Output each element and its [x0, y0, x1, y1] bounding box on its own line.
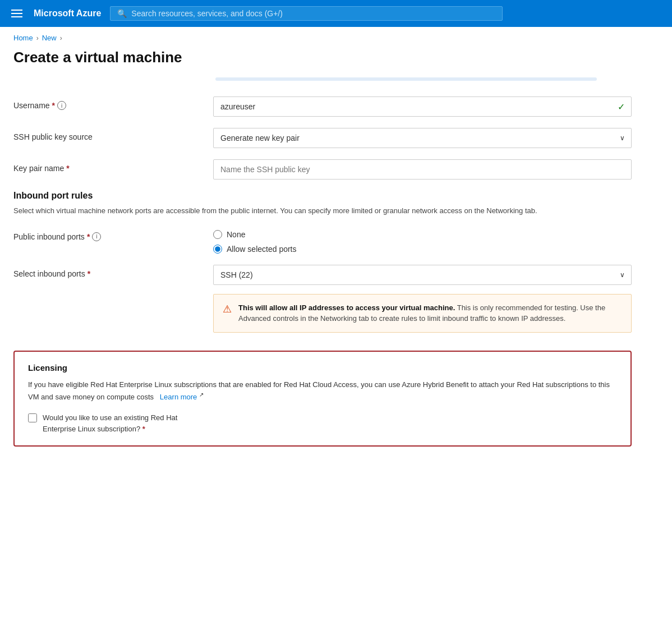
key-pair-required: *	[66, 164, 69, 173]
public-inbound-required: *	[87, 232, 90, 241]
key-pair-input[interactable]	[213, 159, 632, 180]
warning-box: ⚠ This will allow all IP addresses to ac…	[213, 294, 632, 333]
radio-none-input[interactable]	[213, 230, 222, 239]
inbound-rules-heading: Inbound port rules	[13, 191, 632, 201]
licensing-title: Licensing	[28, 363, 617, 372]
hamburger-menu[interactable]	[9, 7, 25, 20]
username-required: *	[52, 101, 55, 110]
inbound-rules-desc: Select which virtual machine network por…	[13, 205, 602, 217]
learn-more-link[interactable]: Learn more	[160, 393, 197, 402]
search-input[interactable]	[131, 9, 495, 18]
select-inbound-wrap: SSH (22) ∨ ⚠ This will allow all IP addr…	[213, 265, 632, 333]
public-inbound-row: Public inbound ports * i None Allow sele…	[13, 228, 632, 254]
search-icon: 🔍	[117, 9, 127, 18]
brand-logo: Microsoft Azure	[34, 8, 101, 19]
username-checkmark: ✓	[618, 102, 625, 112]
licensing-box: Licensing If you have eligible Red Hat E…	[13, 351, 632, 447]
select-inbound-required: *	[88, 269, 90, 278]
username-row: Username * i ✓	[13, 96, 632, 117]
ssh-key-source-wrap: Generate new key pair ∨	[213, 128, 632, 148]
ssh-key-source-select-wrap: Generate new key pair ∨	[213, 128, 632, 148]
public-inbound-label: Public inbound ports * i	[13, 228, 204, 241]
licensing-desc: If you have eligible Red Hat Enterprise …	[28, 379, 617, 404]
username-input-container: ✓	[213, 96, 632, 117]
breadcrumb: Home › New ›	[0, 27, 672, 47]
checkbox-required: *	[142, 425, 145, 433]
username-input[interactable]	[213, 96, 632, 117]
radio-none-label: None	[227, 230, 245, 239]
username-info-icon[interactable]: i	[57, 101, 66, 110]
breadcrumb-new[interactable]: New	[42, 34, 57, 42]
ssh-key-source-label: SSH public key source	[13, 128, 204, 141]
breadcrumb-sep-1: ›	[36, 34, 39, 42]
warning-text-bold: This will allow all IP addresses to acce…	[238, 303, 455, 312]
red-hat-checkbox[interactable]	[28, 413, 37, 422]
main-content: Username * i ✓ SSH public key source Gen…	[0, 77, 645, 469]
key-pair-input-wrap	[213, 159, 632, 180]
search-bar: 🔍	[110, 6, 503, 21]
radio-allow[interactable]: Allow selected ports	[213, 245, 632, 254]
radio-none[interactable]: None	[213, 230, 632, 239]
select-inbound-row: Select inbound ports * SSH (22) ∨ ⚠ This…	[13, 265, 632, 333]
top-navbar: Microsoft Azure 🔍	[0, 0, 672, 27]
licensing-checkbox-row: Would you like to use an existing Red Ha…	[28, 412, 617, 434]
public-inbound-info-icon[interactable]: i	[92, 232, 101, 241]
ssh-key-source-select[interactable]: Generate new key pair	[213, 128, 632, 148]
warning-icon: ⚠	[223, 303, 232, 315]
username-label: Username * i	[13, 96, 204, 110]
breadcrumb-home[interactable]: Home	[13, 34, 33, 42]
page-title: Create a virtual machine	[0, 47, 672, 77]
key-pair-label: Key pair name *	[13, 159, 204, 173]
select-inbound-label: Select inbound ports *	[13, 265, 204, 278]
username-input-wrap: ✓	[213, 96, 632, 117]
radio-allow-input[interactable]	[213, 245, 222, 254]
radio-allow-label: Allow selected ports	[227, 245, 297, 254]
external-link-icon: ↗	[199, 392, 204, 398]
licensing-checkbox-label[interactable]: Would you like to use an existing Red Ha…	[43, 412, 177, 434]
public-inbound-radios: None Allow selected ports	[213, 228, 632, 254]
select-inbound-select-wrap: SSH (22) ∨	[213, 265, 632, 285]
select-inbound-select[interactable]: SSH (22)	[213, 265, 632, 285]
key-pair-row: Key pair name *	[13, 159, 632, 180]
progress-bar	[215, 77, 597, 81]
breadcrumb-sep-2: ›	[60, 34, 62, 42]
ssh-key-source-row: SSH public key source Generate new key p…	[13, 128, 632, 148]
licensing-desc-text: If you have eligible Red Hat Enterprise …	[28, 380, 610, 402]
warning-text: This will allow all IP addresses to acce…	[238, 302, 622, 324]
public-inbound-radio-group: None Allow selected ports	[213, 228, 632, 254]
